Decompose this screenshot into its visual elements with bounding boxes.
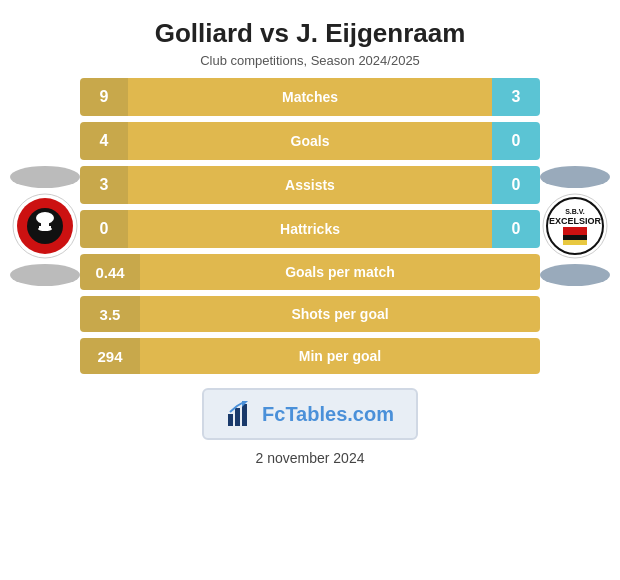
- goals-per-match-bar: 0.44 Goals per match: [80, 254, 540, 290]
- fctables-fc-part: Fc: [262, 403, 285, 425]
- fctables-chart-icon: [226, 400, 254, 428]
- hattricks-left-value: 0: [80, 210, 128, 248]
- min-per-goal-bar: 294 Min per goal: [80, 338, 540, 374]
- oval-bottom-right: [540, 264, 610, 286]
- assists-bar: 3 Assists 0: [80, 166, 540, 204]
- assists-left-value: 3: [80, 166, 128, 204]
- hattricks-bar: 0 Hattricks 0: [80, 210, 540, 248]
- page-subtitle: Club competitions, Season 2024/2025: [200, 53, 420, 68]
- fctables-text: FcTables.com: [262, 403, 394, 426]
- matches-right-value: 3: [492, 78, 540, 116]
- main-area: 9 Matches 3 4 Goals 0 3 Assists 0 0 Hatt…: [10, 78, 610, 374]
- min-per-goal-value: 294: [80, 338, 140, 374]
- left-team-logo: [11, 192, 79, 260]
- matches-label: Matches: [128, 78, 492, 116]
- right-team-logo-col: S.B.V. EXCELSIOR: [540, 166, 610, 286]
- shots-per-goal-bar: 3.5 Shots per goal: [80, 296, 540, 332]
- assists-label: Assists: [128, 166, 492, 204]
- svg-rect-4: [41, 218, 49, 226]
- svg-rect-13: [563, 240, 587, 245]
- hattricks-label: Hattricks: [128, 210, 492, 248]
- goals-per-match-label: Goals per match: [140, 254, 540, 290]
- svg-point-6: [38, 227, 52, 231]
- min-per-goal-label: Min per goal: [140, 338, 540, 374]
- oval-top-right: [540, 166, 610, 188]
- oval-top-left: [10, 166, 80, 188]
- svg-text:S.B.V.: S.B.V.: [565, 208, 585, 215]
- goals-left-value: 4: [80, 122, 128, 160]
- page: Golliard vs J. Eijgenraam Club competiti…: [0, 0, 620, 580]
- goals-bar: 4 Goals 0: [80, 122, 540, 160]
- left-team-logo-col: [10, 166, 80, 286]
- svg-rect-16: [242, 404, 247, 426]
- svg-rect-15: [235, 408, 240, 426]
- svg-rect-11: [563, 227, 587, 235]
- page-title: Golliard vs J. Eijgenraam: [155, 18, 466, 49]
- shots-per-goal-value: 3.5: [80, 296, 140, 332]
- goals-label: Goals: [128, 122, 492, 160]
- matches-left-value: 9: [80, 78, 128, 116]
- goals-right-value: 0: [492, 122, 540, 160]
- fctables-logo: FcTables.com: [202, 388, 418, 440]
- svg-rect-14: [228, 414, 233, 426]
- svg-text:EXCELSIOR: EXCELSIOR: [549, 216, 602, 226]
- svg-rect-12: [563, 235, 587, 240]
- hattricks-right-value: 0: [492, 210, 540, 248]
- assists-right-value: 0: [492, 166, 540, 204]
- goals-per-match-value: 0.44: [80, 254, 140, 290]
- stats-container: 9 Matches 3 4 Goals 0 3 Assists 0 0 Hatt…: [80, 78, 540, 374]
- oval-bottom-left: [10, 264, 80, 286]
- matches-bar: 9 Matches 3: [80, 78, 540, 116]
- right-team-logo: S.B.V. EXCELSIOR: [541, 192, 609, 260]
- svg-point-8: [547, 198, 603, 254]
- shots-per-goal-label: Shots per goal: [140, 296, 540, 332]
- fctables-tables-part: Tables.com: [285, 403, 394, 425]
- footer-date: 2 november 2024: [256, 450, 365, 466]
